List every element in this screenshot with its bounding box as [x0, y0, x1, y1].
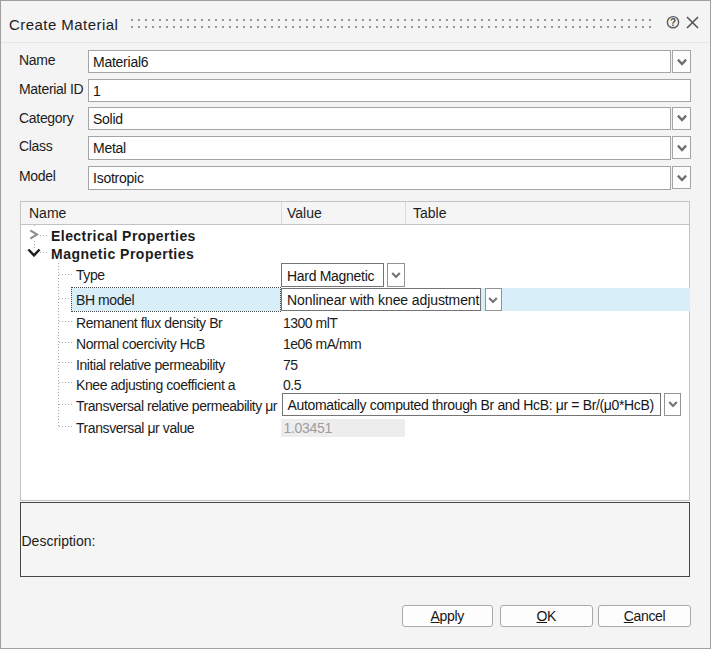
svg-text:?: ? — [670, 17, 676, 28]
